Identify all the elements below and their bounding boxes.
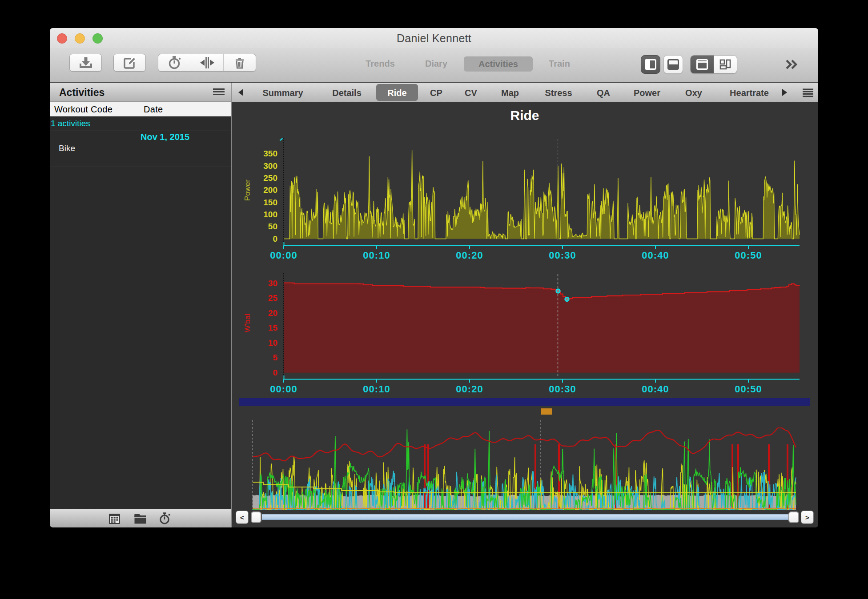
svg-text:00:50: 00:50 [735, 383, 762, 395]
svg-text:00:20: 00:20 [456, 250, 483, 261]
svg-text:250: 250 [263, 173, 277, 183]
svg-text:5: 5 [273, 353, 277, 362]
svg-text:00:00: 00:00 [270, 383, 297, 395]
svg-text:00:00: 00:00 [270, 250, 297, 261]
svg-text:00:20: 00:20 [456, 383, 483, 395]
svg-text:0: 0 [273, 234, 277, 244]
svg-text:350: 350 [263, 149, 277, 158]
svg-text:00:30: 00:30 [549, 383, 576, 395]
svg-text:200: 200 [263, 185, 277, 195]
svg-text:00:30: 00:30 [549, 250, 576, 261]
svg-text:00:10: 00:10 [363, 383, 390, 395]
svg-text:50: 50 [268, 222, 277, 231]
svg-text:20: 20 [268, 308, 277, 318]
svg-text:Power: Power [243, 180, 252, 201]
svg-text:0: 0 [273, 368, 277, 377]
svg-text:150: 150 [263, 198, 277, 207]
svg-text:100: 100 [263, 210, 277, 219]
svg-text:Ride: Ride [510, 108, 539, 123]
svg-text:300: 300 [263, 161, 277, 171]
svg-text:00:10: 00:10 [363, 250, 390, 261]
svg-text:00:50: 00:50 [735, 250, 762, 261]
svg-text:00:40: 00:40 [642, 383, 669, 395]
svg-text:15: 15 [268, 323, 278, 332]
svg-text:25: 25 [268, 293, 278, 303]
svg-text:W'bal: W'bal [243, 314, 252, 332]
svg-text:30: 30 [268, 279, 277, 288]
svg-text:10: 10 [268, 338, 277, 347]
svg-text:00:40: 00:40 [642, 250, 669, 261]
